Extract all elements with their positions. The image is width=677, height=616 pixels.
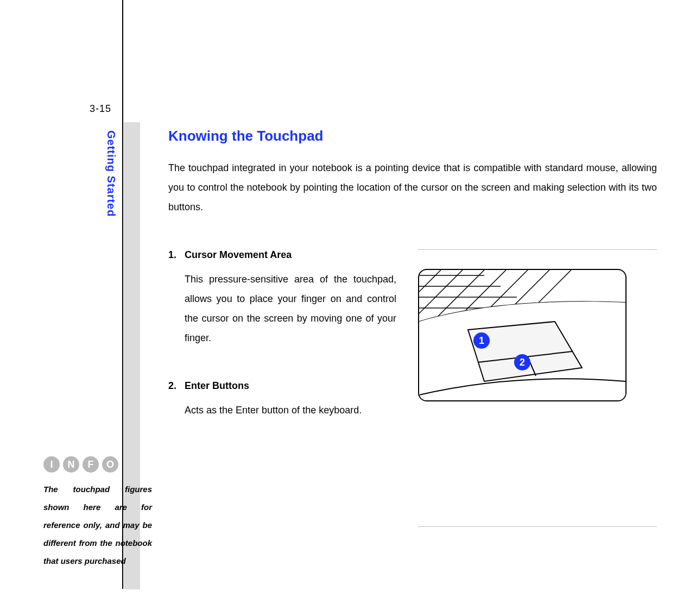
info-glyph: F xyxy=(83,456,99,473)
page-number: 3-15 xyxy=(90,103,111,115)
list-item: 1.Cursor Movement Area This pressure-sen… xyxy=(168,249,396,348)
callout-badge-2: 2 xyxy=(514,354,530,370)
intro-paragraph: The touchpad integrated in your notebook… xyxy=(168,158,657,217)
info-glyph: N xyxy=(63,456,79,473)
info-glyph: I xyxy=(43,456,60,473)
item-heading: Enter Buttons xyxy=(185,380,249,391)
svg-line-4 xyxy=(419,270,441,292)
touchpad-figure: 1 2 xyxy=(418,269,627,401)
svg-line-5 xyxy=(419,270,463,313)
item-heading: Cursor Movement Area xyxy=(185,249,292,260)
figure-bottom-rule xyxy=(418,526,657,527)
top-vertical-rule xyxy=(122,0,123,100)
page-title: Knowing the Touchpad xyxy=(168,128,657,144)
manual-page: 3-15 Getting Started Knowing the Touchpa… xyxy=(0,0,677,616)
info-sidebar: I N F O The touchpad figures shown here … xyxy=(43,456,152,570)
item-number: 1. xyxy=(168,249,185,261)
callout-badge-1: 1 xyxy=(473,332,490,349)
list-item: 2.Enter Buttons Acts as the Enter button… xyxy=(168,380,396,420)
svg-line-10 xyxy=(539,270,571,303)
info-glyph: O xyxy=(102,456,118,473)
figure-top-rule xyxy=(418,249,657,250)
info-icon-row: I N F O xyxy=(43,456,152,473)
item-number: 2. xyxy=(168,380,185,392)
main-content: Knowing the Touchpad The touchpad integr… xyxy=(168,128,657,527)
definitions-column: 1.Cursor Movement Area This pressure-sen… xyxy=(168,249,396,527)
item-body: Acts as the Enter button of the keyboard… xyxy=(185,400,396,420)
touchpad-illustration xyxy=(419,270,625,400)
section-tab: Getting Started xyxy=(105,130,117,217)
figure-column: 1 2 xyxy=(418,249,657,527)
info-note-text: The touchpad figures shown here are for … xyxy=(43,480,152,570)
item-body: This pressure-sensitive area of the touc… xyxy=(185,269,396,348)
